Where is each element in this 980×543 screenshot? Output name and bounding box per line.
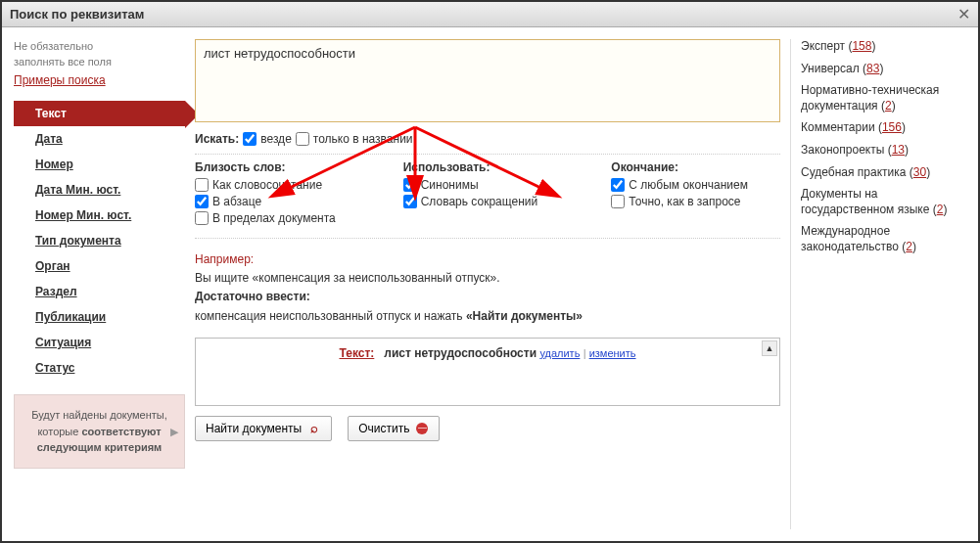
criteria-line2: которые соответствуют xyxy=(24,424,174,440)
clear-button[interactable]: Очистить — xyxy=(348,416,440,441)
examples-link[interactable]: Примеры поиска xyxy=(14,73,185,87)
result-text: лист нетрудоспособности xyxy=(384,346,537,360)
nav-item-publications[interactable]: Публикации xyxy=(14,304,185,330)
criteria-line1: Будут найдены документы, xyxy=(24,407,174,424)
checkbox-everywhere[interactable] xyxy=(243,132,257,146)
profile-item: Законопроекты (13) xyxy=(801,143,966,158)
main-column: Искать: везде только в названии Близость… xyxy=(195,39,780,529)
nav-link[interactable]: Номер xyxy=(35,158,73,171)
clear-button-label: Очистить xyxy=(358,422,409,435)
right-column: Эксперт (158) Универсал (83) Нормативно-… xyxy=(790,39,966,529)
hint-line1: Не обязательно xyxy=(14,39,185,54)
nav-item-organ[interactable]: Орган xyxy=(14,253,185,279)
nav-link[interactable]: Публикации xyxy=(35,310,106,324)
profile-count-link[interactable]: 13 xyxy=(892,143,905,157)
checkbox-synonyms[interactable] xyxy=(403,178,417,192)
nav-link[interactable]: Орган xyxy=(35,259,70,273)
nav-item-moj-date[interactable]: Дата Мин. юст. xyxy=(14,177,185,203)
profile-item: Судебная практика (30) xyxy=(801,165,966,181)
nav-item-situation[interactable]: Ситуация xyxy=(14,330,185,355)
nav-item-date[interactable]: Дата xyxy=(14,126,185,152)
profile-count-link[interactable]: 2 xyxy=(885,99,892,113)
nav-link[interactable]: Тип документа xyxy=(35,234,121,248)
profile-count-link[interactable]: 158 xyxy=(852,39,871,53)
search-window: Поиск по реквизитам ✕ Не обязательно зап… xyxy=(0,0,980,543)
checkbox-phrase[interactable] xyxy=(195,178,209,192)
checkbox-paragraph[interactable] xyxy=(195,195,209,208)
example-line2-label: Достаточно ввести: xyxy=(195,288,780,306)
nav-item-text[interactable]: Текст xyxy=(14,101,185,126)
criteria-line3: следующим критериям xyxy=(24,439,174,456)
search-input[interactable] xyxy=(195,39,780,122)
nav-link[interactable]: Статус xyxy=(35,361,74,375)
nav-link[interactable]: Дата xyxy=(35,132,63,146)
profile-count-link[interactable]: 2 xyxy=(906,240,912,253)
profile-count-link[interactable]: 156 xyxy=(882,120,902,134)
scroll-up-icon[interactable]: ▲ xyxy=(762,340,777,356)
find-button[interactable]: Найти документы ⌕ xyxy=(195,416,332,441)
nav-list: Текст Дата Номер Дата Мин. юст. Номер Ми… xyxy=(14,101,185,381)
nav-item-section[interactable]: Раздел xyxy=(14,279,185,304)
label-title-only: только в названии xyxy=(313,132,413,146)
window-title: Поиск по реквизитам xyxy=(10,7,144,22)
checkbox-document[interactable] xyxy=(195,211,209,225)
ending-label: Окончание: xyxy=(611,160,780,174)
titlebar: Поиск по реквизитам ✕ xyxy=(2,2,978,27)
search-in-label: Искать: xyxy=(195,132,239,146)
chevron-right-icon: ▶ xyxy=(170,424,178,440)
profile-count-link[interactable]: 2 xyxy=(937,203,944,216)
example-title: Например: xyxy=(195,250,780,269)
checkbox-exact[interactable] xyxy=(611,195,625,208)
nav-item-number[interactable]: Номер xyxy=(14,152,185,177)
nav-link[interactable]: Дата Мин. юст. xyxy=(35,183,120,197)
example-line2: компенсация неиспользованный отпуск и на… xyxy=(195,307,780,326)
profile-item: Универсал (83) xyxy=(801,62,966,77)
find-button-label: Найти документы xyxy=(206,422,302,435)
profile-item: Эксперт (158) xyxy=(801,39,966,55)
use-label: Использовать: xyxy=(403,160,573,174)
nav-item-moj-number[interactable]: Номер Мин. юст. xyxy=(14,203,185,228)
example-block: Например: Вы ищите «компенсация за неисп… xyxy=(195,239,780,338)
criteria-box: Будут найдены документы, которые соответ… xyxy=(14,394,185,469)
search-in-row: Искать: везде только в названии xyxy=(195,132,780,155)
checkbox-title-only[interactable] xyxy=(296,132,309,146)
profile-item: Международное законодательство (2) xyxy=(801,224,966,254)
label-everywhere: везде xyxy=(260,132,292,146)
profile-count-link[interactable]: 83 xyxy=(866,62,879,75)
result-frame: Текст: лист нетрудоспособности удалить |… xyxy=(195,338,780,406)
nav-link[interactable]: Раздел xyxy=(35,285,77,298)
result-edit-link[interactable]: изменить xyxy=(589,347,636,359)
use-column: Использовать: Синонимы Словарь сокращени… xyxy=(403,160,573,228)
checkbox-any-ending[interactable] xyxy=(611,178,625,192)
buttons-row: Найти документы ⌕ Очистить — xyxy=(195,416,780,441)
result-delete-link[interactable]: удалить xyxy=(539,347,580,359)
proximity-label: Близость слов: xyxy=(195,160,364,174)
search-icon: ⌕ xyxy=(307,422,321,435)
profile-item: Документы на государственном языке (2) xyxy=(801,187,966,217)
proximity-column: Близость слов: Как словосочетание В абза… xyxy=(195,160,364,228)
ending-column: Окончание: С любым окончанием Точно, как… xyxy=(611,160,780,228)
example-line1: Вы ищите «компенсация за неиспользованны… xyxy=(195,269,780,288)
nav-item-status[interactable]: Статус xyxy=(14,355,185,381)
profile-count-link[interactable]: 30 xyxy=(913,165,926,179)
clear-icon: — xyxy=(415,422,429,435)
close-icon[interactable]: ✕ xyxy=(957,5,970,23)
nav-item-doctype[interactable]: Тип документа xyxy=(14,228,185,253)
content: Не обязательно заполнять все поля Пример… xyxy=(2,27,978,541)
hint-line2: заполнять все поля xyxy=(14,56,185,68)
nav-link[interactable]: Номер Мин. юст. xyxy=(35,208,131,222)
result-line: Текст: лист нетрудоспособности удалить |… xyxy=(204,346,771,360)
profile-item: Нормативно-техническая документация (2) xyxy=(801,83,966,113)
left-column: Не обязательно заполнять все поля Пример… xyxy=(14,39,185,529)
result-label: Текст: xyxy=(339,346,374,360)
profile-item: Комментарии (156) xyxy=(801,120,966,136)
options-grid: Близость слов: Как словосочетание В абза… xyxy=(195,155,780,239)
nav-link[interactable]: Ситуация xyxy=(35,336,91,349)
checkbox-abbrev[interactable] xyxy=(403,195,417,208)
nav-link[interactable]: Текст xyxy=(35,107,67,120)
